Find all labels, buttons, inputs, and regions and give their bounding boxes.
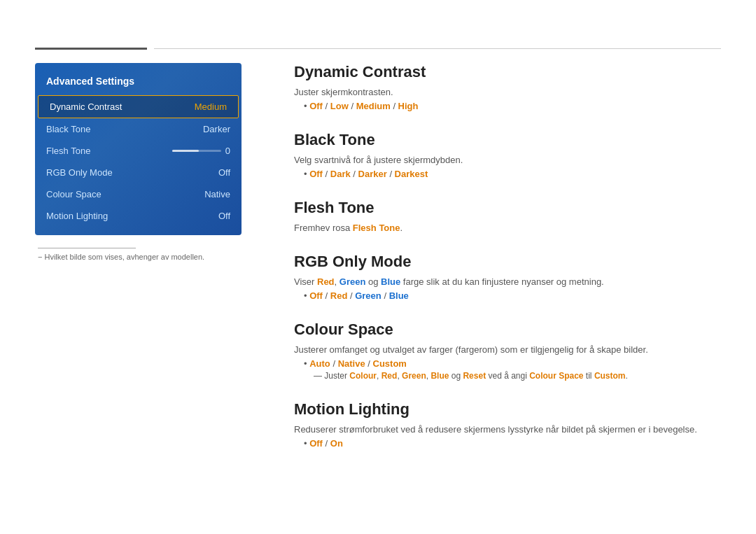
- flesh-tone-label: Flesh Tone: [46, 146, 90, 156]
- menu-item-rgb-only-mode[interactable]: RGB Only Mode Off: [35, 162, 241, 183]
- option-low: Low: [330, 101, 349, 111]
- sep: /: [351, 169, 358, 179]
- sep: /: [323, 169, 330, 179]
- flesh-tone-slider-track[interactable]: [172, 150, 221, 152]
- sep: /: [382, 290, 389, 301]
- sep: /: [347, 290, 355, 301]
- menu-item-label: Black Tone: [46, 124, 90, 134]
- flesh-tone-highlight: Flesh Tone: [353, 223, 400, 233]
- motion-lighting-desc: Reduserer strømforbruket ved å redusere …: [294, 424, 721, 435]
- rgb-only-mode-desc: Viser Red, Green og Blue farge slik at d…: [294, 276, 721, 287]
- menu-item-label: Colour Space: [46, 189, 102, 199]
- flesh-tone-slider-group: 0: [172, 146, 230, 156]
- option-red: Red: [330, 290, 348, 301]
- menu-item-value: Off: [218, 211, 230, 221]
- top-line-light: [154, 48, 721, 49]
- colour-space-sub-note: Juster Colour, Red, Green, Blue og Reset…: [294, 371, 721, 381]
- menu-item-black-tone[interactable]: Black Tone Darker: [35, 118, 241, 140]
- option-medium: Medium: [356, 101, 391, 111]
- dynamic-contrast-title: Dynamic Contrast: [294, 63, 721, 81]
- colour-space-options: Auto / Native / Custom: [294, 358, 721, 369]
- colour-space-options-list: Auto / Native / Custom: [304, 358, 721, 369]
- section-motion-lighting: Motion Lighting Reduserer strømforbruket…: [294, 400, 721, 449]
- menu-item-value: Off: [218, 167, 230, 178]
- menu-item-label: RGB Only Mode: [46, 167, 113, 178]
- colour-space-title: Colour Space: [294, 321, 721, 339]
- right-content: Dynamic Contrast Juster skjermkontrasten…: [294, 63, 721, 468]
- menu-box: Advanced Settings Dynamic Contrast Mediu…: [35, 63, 241, 235]
- option-blue: Blue: [389, 290, 409, 301]
- colour-space-desc: Justerer omfanget og utvalget av farger …: [294, 344, 721, 355]
- left-panel: Advanced Settings Dynamic Contrast Mediu…: [35, 63, 241, 261]
- section-rgb-only-mode: RGB Only Mode Viser Red, Green og Blue f…: [294, 253, 721, 301]
- colour-note-green: Green: [402, 371, 426, 381]
- sep: /: [349, 101, 356, 111]
- sep: /: [387, 169, 395, 179]
- menu-item-label: Motion Lighting: [46, 211, 108, 221]
- black-tone-desc: Velg svartnivå for å justere skjermdybde…: [294, 155, 721, 165]
- menu-item-motion-lighting[interactable]: Motion Lighting Off: [35, 205, 241, 227]
- colour-note-blue: Blue: [430, 371, 449, 381]
- option-high: High: [398, 101, 419, 111]
- dynamic-contrast-options: Off / Low / Medium / High: [294, 101, 721, 111]
- menu-item-value: Darker: [203, 124, 230, 134]
- sep: /: [330, 358, 338, 369]
- menu-item-colour-space[interactable]: Colour Space Native: [35, 183, 241, 205]
- rgb-only-mode-options-list: Off / Red / Green / Blue: [304, 290, 721, 301]
- menu-item-value: Native: [204, 189, 230, 199]
- colour-note-reset: Reset: [463, 371, 486, 381]
- option-dark: Dark: [330, 169, 351, 179]
- option-auto: Auto: [309, 358, 330, 369]
- menu-title: Advanced Settings: [35, 71, 241, 95]
- option-off: Off: [309, 438, 323, 449]
- colour-note-colour-space: Colour Space: [529, 371, 583, 381]
- option-off: Off: [309, 169, 323, 179]
- top-decorative-lines: [35, 48, 721, 50]
- footnote-divider: [38, 248, 136, 248]
- motion-lighting-title: Motion Lighting: [294, 400, 721, 419]
- option-green: Green: [355, 290, 382, 301]
- option-native: Native: [338, 358, 365, 369]
- option-off: Off: [309, 290, 323, 301]
- flesh-tone-desc: Fremhev rosa Flesh Tone.: [294, 223, 721, 233]
- sep: /: [323, 290, 330, 301]
- rgb-only-mode-title: RGB Only Mode: [294, 253, 721, 271]
- rgb-blue: Blue: [381, 276, 400, 287]
- black-tone-options: Off / Dark / Darker / Darkest: [294, 169, 721, 179]
- flesh-tone-slider-fill: [172, 150, 200, 152]
- colour-note-red: Red: [382, 371, 398, 381]
- menu-item-dynamic-contrast[interactable]: Dynamic Contrast Medium: [38, 95, 239, 118]
- colour-note-colour: Colour: [349, 371, 377, 381]
- rgb-only-mode-options: Off / Red / Green / Blue: [294, 290, 721, 301]
- flesh-tone-value: 0: [225, 146, 230, 156]
- motion-lighting-options-list: Off / On: [304, 438, 721, 449]
- motion-lighting-options: Off / On: [294, 438, 721, 449]
- sep: /: [391, 101, 398, 111]
- sep: /: [365, 358, 373, 369]
- sep: /: [323, 438, 330, 449]
- section-black-tone: Black Tone Velg svartnivå for å justere …: [294, 131, 721, 179]
- section-colour-space: Colour Space Justerer omfanget og utvalg…: [294, 321, 721, 381]
- top-line-dark: [35, 48, 147, 50]
- menu-item-label: Dynamic Contrast: [50, 101, 122, 112]
- black-tone-options-list: Off / Dark / Darker / Darkest: [304, 169, 721, 179]
- rgb-green: Green: [340, 276, 366, 287]
- section-dynamic-contrast: Dynamic Contrast Juster skjermkontrasten…: [294, 63, 721, 111]
- sep: /: [323, 101, 330, 111]
- dynamic-contrast-options-list: Off / Low / Medium / High: [304, 101, 721, 111]
- option-darker: Darker: [358, 169, 387, 179]
- rgb-red: Red: [317, 276, 335, 287]
- option-on: On: [330, 438, 343, 449]
- option-darkest: Darkest: [395, 169, 428, 179]
- flesh-tone-title: Flesh Tone: [294, 199, 721, 217]
- colour-note-custom: Custom: [594, 371, 626, 381]
- dynamic-contrast-desc: Juster skjermkontrasten.: [294, 87, 721, 97]
- black-tone-title: Black Tone: [294, 131, 721, 149]
- option-custom: Custom: [373, 358, 407, 369]
- footnote-text: − Hvilket bilde som vises, avhenger av m…: [38, 253, 241, 261]
- menu-item-value: Medium: [195, 101, 227, 112]
- menu-item-flesh-tone[interactable]: Flesh Tone 0: [35, 140, 241, 162]
- footnote-area: − Hvilket bilde som vises, avhenger av m…: [35, 248, 241, 261]
- option-off: Off: [309, 101, 323, 111]
- section-flesh-tone: Flesh Tone Fremhev rosa Flesh Tone.: [294, 199, 721, 233]
